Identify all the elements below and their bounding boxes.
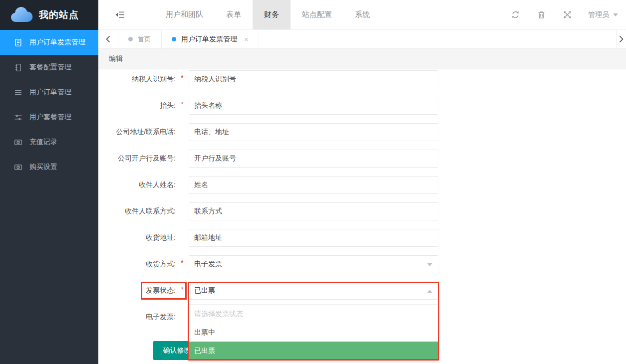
select-value: 已出票 <box>194 286 215 295</box>
dropdown-option-issuing[interactable]: 出票中 <box>189 323 438 342</box>
purchase-settings-icon <box>14 163 22 172</box>
nav-item-system[interactable]: 系统 <box>343 0 381 29</box>
invoice-title-input[interactable] <box>189 97 438 115</box>
form-row-taxpayer-id: 纳税人识别号: * <box>98 70 626 88</box>
refresh-icon[interactable] <box>510 10 520 20</box>
sidebar-item-order-management[interactable]: 用户订单管理 <box>0 80 98 105</box>
sidebar-item-purchase-settings[interactable]: 购买设置 <box>0 155 98 180</box>
top-menu: 用户和团队 表单 财务 站点配置 系统 <box>154 0 381 29</box>
form-row-delivery-address: 收货地址: <box>98 229 626 247</box>
edit-form: 纳税人识别号: * 抬头: * 公司地址/联系电话: 公司开户行及账号: 收件人… <box>98 69 626 364</box>
field-label: 纳税人识别号: <box>98 75 176 84</box>
invoice-file-icon <box>14 38 22 47</box>
company-bank-account-input[interactable] <box>189 150 438 168</box>
order-list-icon <box>14 88 22 97</box>
recharge-record-icon <box>14 138 22 147</box>
tab-invoice-management[interactable]: 用户订单发票管理 × <box>161 30 259 48</box>
form-row-company-address-phone: 公司地址/联系电话: <box>98 123 626 141</box>
field-label: 电子发票: <box>98 313 176 322</box>
invoice-status-dropdown: 请选择发票状态 出票中 已出票 <box>189 304 438 361</box>
sidebar-item-user-package[interactable]: 用户套餐管理 <box>0 105 98 130</box>
admin-user-menu[interactable]: 管理员 <box>588 10 618 19</box>
sidebar-item-invoice-management[interactable]: 用户订单发票管理 <box>0 30 98 55</box>
required-asterisk: * <box>176 74 189 82</box>
sidebar: 用户订单发票管理 套餐配置管理 用户订单管理 <box>0 30 98 364</box>
tabs-scroll-left-icon[interactable] <box>98 30 118 48</box>
form-row-invoice-title: 抬头: * <box>98 97 626 115</box>
nav-item-forms[interactable]: 表单 <box>215 0 253 29</box>
close-icon[interactable]: × <box>244 35 249 43</box>
invoice-status-select[interactable]: 已出票 <box>189 282 438 300</box>
recipient-contact-input[interactable] <box>189 202 438 220</box>
field-label: 收件人姓名: <box>98 181 176 189</box>
collapse-sidebar-icon[interactable] <box>98 0 141 29</box>
tab-status-dot <box>172 37 176 41</box>
field-label: 收货地址: <box>98 233 176 242</box>
page-toolbar: 编辑 <box>98 49 626 69</box>
sidebar-item-label: 用户套餐管理 <box>29 113 71 122</box>
sidebar-item-label: 套餐配置管理 <box>29 63 71 72</box>
admin-user-label: 管理员 <box>588 10 609 19</box>
nav-item-site-config[interactable]: 站点配置 <box>291 0 343 29</box>
required-asterisk: * <box>176 100 189 108</box>
sidebar-item-package-config[interactable]: 套餐配置管理 <box>0 55 98 80</box>
chevron-up-icon <box>427 290 432 293</box>
navbar-actions: 管理员 <box>510 0 626 29</box>
field-label: 公司开户行及账号: <box>98 154 176 163</box>
cloud-icon <box>10 7 33 23</box>
package-config-icon <box>14 63 22 72</box>
sidebar-item-label: 用户订单管理 <box>29 88 71 97</box>
form-row-company-bank-account: 公司开户行及账号: <box>98 150 626 168</box>
nav-item-finance[interactable]: 财务 <box>253 0 291 29</box>
required-asterisk: * <box>176 285 189 293</box>
site-title: 我的站点 <box>39 8 79 21</box>
trash-icon[interactable] <box>536 10 546 20</box>
field-label: 收货方式: <box>98 260 176 269</box>
app-window: 我的站点 用户订单发票管理 套餐配置管理 <box>0 0 626 364</box>
required-asterisk: * <box>176 259 189 267</box>
dropdown-option-issued[interactable]: 已出票 <box>189 342 438 360</box>
dropdown-option-placeholder[interactable]: 请选择发票状态 <box>189 305 438 323</box>
field-label: 收件人联系方式: <box>98 207 176 216</box>
form-row-recipient-contact: 收件人联系方式: <box>98 202 626 220</box>
nav-item-users-teams[interactable]: 用户和团队 <box>154 0 215 29</box>
user-package-icon <box>14 113 22 122</box>
sidebar-item-label: 用户订单发票管理 <box>29 38 85 47</box>
field-label: 公司地址/联系电话: <box>98 128 176 137</box>
sidebar-item-recharge-records[interactable]: 充值记录 <box>0 130 98 155</box>
tab-home[interactable]: 首页 <box>118 30 161 48</box>
taxpayer-id-input[interactable] <box>189 70 438 88</box>
sidebar-item-label: 充值记录 <box>29 138 57 147</box>
tab-label: 首页 <box>138 35 151 44</box>
chevron-down-icon <box>613 13 618 16</box>
tabs-scroll-right-icon[interactable] <box>616 30 626 48</box>
recipient-name-input[interactable] <box>189 176 438 194</box>
delivery-address-input[interactable] <box>189 229 438 247</box>
tab-status-dot <box>128 37 133 41</box>
delivery-method-select[interactable]: 电子发票 <box>189 255 438 273</box>
form-row-invoice-status: 发票状态: * 已出票 请选择发票状态 出票中 已出票 <box>98 282 626 300</box>
select-value: 电子发票 <box>194 260 222 269</box>
company-address-phone-input[interactable] <box>189 123 438 141</box>
tab-bar: 首页 用户订单发票管理 × <box>98 30 626 49</box>
tab-label: 用户订单发票管理 <box>181 35 237 44</box>
page-title: 编辑 <box>109 54 123 63</box>
field-label: 发票状态: <box>98 286 176 295</box>
top-navbar: 用户和团队 表单 财务 站点配置 系统 <box>98 0 626 30</box>
form-row-delivery-method: 收货方式: * 电子发票 <box>98 255 626 273</box>
field-label: 抬头: <box>98 101 176 110</box>
form-row-recipient-name: 收件人姓名: <box>98 176 626 194</box>
chevron-down-icon <box>427 263 432 266</box>
brand-header: 我的站点 <box>0 0 98 30</box>
fullscreen-icon[interactable] <box>562 10 572 20</box>
sidebar-item-label: 购买设置 <box>29 163 57 172</box>
